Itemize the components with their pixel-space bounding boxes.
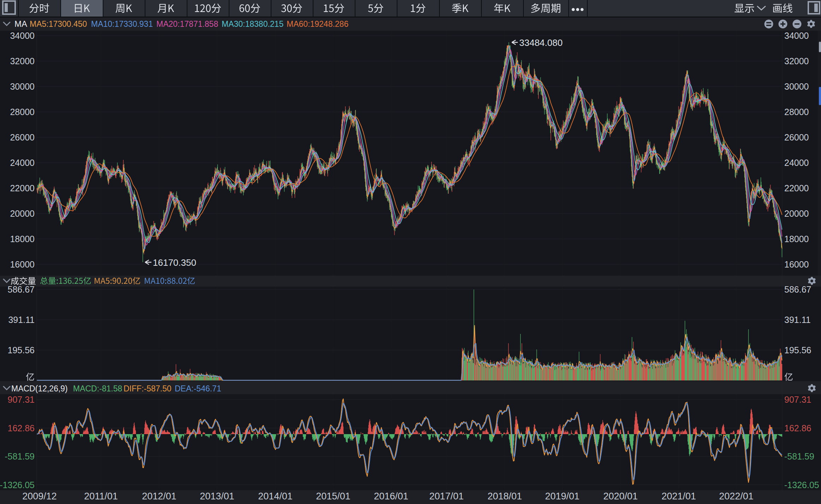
svg-text:2015/01: 2015/01: [316, 491, 350, 502]
svg-text:162.86: 162.86: [8, 423, 35, 433]
svg-text:MA60:19248.286: MA60:19248.286: [287, 19, 348, 29]
svg-text:16000: 16000: [784, 259, 809, 269]
svg-text:34000: 34000: [784, 31, 809, 41]
svg-text:MA: MA: [14, 19, 27, 29]
svg-text:-1326.05: -1326.05: [0, 480, 35, 490]
svg-text:391.11: 391.11: [784, 315, 811, 325]
svg-text:32000: 32000: [10, 56, 35, 66]
svg-text:MACD:-81.58: MACD:-81.58: [73, 384, 122, 393]
svg-text:30000: 30000: [10, 82, 35, 91]
svg-text:162.86: 162.86: [784, 423, 811, 433]
svg-text:195.56: 195.56: [8, 345, 35, 355]
svg-text:16170.350: 16170.350: [153, 257, 196, 268]
svg-text:2011/01: 2011/01: [84, 491, 118, 502]
svg-text:26000: 26000: [784, 132, 809, 142]
svg-text:2009/12: 2009/12: [22, 491, 57, 502]
svg-text:2022/01: 2022/01: [719, 491, 754, 502]
svg-text:30000: 30000: [784, 82, 809, 91]
svg-text:586.67: 586.67: [8, 284, 35, 294]
svg-text:-581.59: -581.59: [784, 451, 814, 461]
svg-text:2021/01: 2021/01: [661, 491, 696, 502]
svg-text:DEA:-546.71: DEA:-546.71: [175, 384, 221, 393]
svg-text:2020/01: 2020/01: [603, 491, 638, 502]
svg-text:2017/01: 2017/01: [429, 491, 464, 502]
svg-text:2013/01: 2013/01: [200, 491, 234, 502]
svg-text:MA10:17330.931: MA10:17330.931: [91, 19, 153, 29]
svg-text:MA5:17300.450: MA5:17300.450: [30, 19, 87, 29]
svg-text:907.31: 907.31: [8, 395, 35, 404]
svg-text:22000: 22000: [10, 183, 35, 193]
svg-text:22000: 22000: [784, 183, 809, 193]
svg-text:391.11: 391.11: [8, 315, 35, 325]
svg-text:2012/01: 2012/01: [142, 491, 176, 502]
svg-text:195.56: 195.56: [784, 345, 811, 355]
svg-text:24000: 24000: [784, 158, 809, 168]
svg-text:2018/01: 2018/01: [487, 491, 522, 502]
svg-text:33484.080: 33484.080: [519, 37, 563, 48]
svg-text:20000: 20000: [10, 209, 35, 218]
svg-text:2016/01: 2016/01: [374, 491, 408, 502]
svg-text:907.31: 907.31: [784, 395, 811, 404]
svg-text:18000: 18000: [784, 234, 809, 244]
svg-text:18000: 18000: [10, 234, 35, 244]
svg-text:DIFF:-587.50: DIFF:-587.50: [124, 384, 172, 393]
svg-text:16000: 16000: [10, 259, 35, 269]
svg-text:24000: 24000: [10, 158, 35, 168]
svg-text:34000: 34000: [10, 31, 35, 41]
svg-text:26000: 26000: [10, 132, 35, 142]
svg-text:586.67: 586.67: [784, 284, 811, 294]
svg-text:MA30:18380.215: MA30:18380.215: [222, 19, 283, 29]
svg-text:2019/01: 2019/01: [545, 491, 580, 502]
svg-text:28000: 28000: [10, 107, 35, 117]
svg-text:20000: 20000: [784, 209, 809, 218]
svg-text:MA20:17871.858: MA20:17871.858: [156, 19, 218, 29]
svg-text:MACD(12,26,9): MACD(12,26,9): [11, 384, 68, 393]
svg-text:28000: 28000: [784, 107, 809, 117]
svg-text:-581.59: -581.59: [5, 451, 35, 461]
svg-text:2014/01: 2014/01: [258, 491, 293, 502]
svg-text:32000: 32000: [784, 56, 809, 66]
svg-text:-1326.05: -1326.05: [784, 480, 819, 490]
